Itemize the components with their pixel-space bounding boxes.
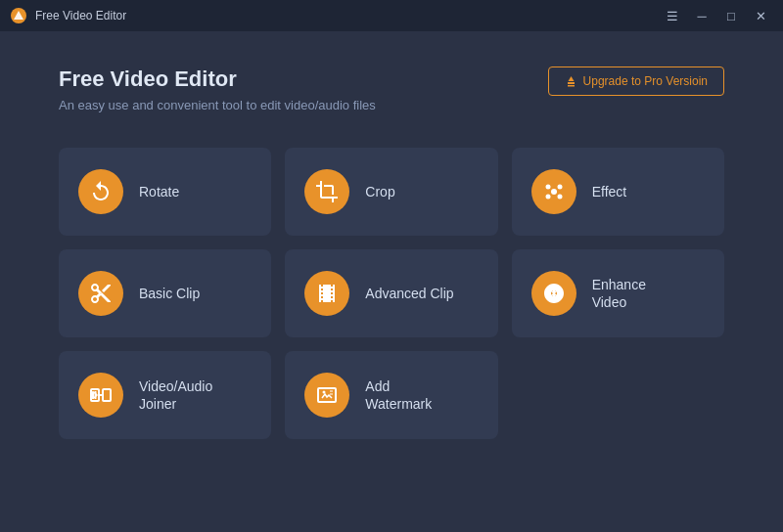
svg-marker-2 <box>568 76 574 81</box>
rotate-icon-circle <box>78 169 123 214</box>
svg-rect-15 <box>318 388 336 402</box>
svg-rect-13 <box>92 391 94 399</box>
enhance-icon <box>542 282 566 305</box>
film-clip-icon <box>315 282 339 305</box>
svg-rect-12 <box>103 389 111 401</box>
video-audio-joiner-label: Video/Audio Joiner <box>139 377 212 413</box>
feature-grid: Rotate Crop Effect <box>59 148 724 439</box>
basic-clip-icon-circle <box>78 271 123 316</box>
upgrade-button[interactable]: Upgrade to Pro Versioin <box>548 66 724 96</box>
svg-point-8 <box>545 195 550 200</box>
header-row: Free Video Editor An easy use and conven… <box>59 66 724 148</box>
svg-rect-3 <box>568 82 575 84</box>
watermark-icon <box>315 383 339 407</box>
minimize-button[interactable]: ─ <box>689 5 714 26</box>
page-header: Free Video Editor An easy use and conven… <box>59 66 376 112</box>
enhance-icon-circle <box>531 271 576 316</box>
advanced-clip-item[interactable]: Advanced Clip <box>285 249 497 337</box>
basic-clip-label: Basic Clip <box>139 285 200 302</box>
crop-icon-circle <box>304 169 349 214</box>
title-bar-controls: ☰ ─ □ ✕ <box>660 5 773 26</box>
crop-label: Crop <box>365 183 394 200</box>
effect-label: Effect <box>592 183 627 200</box>
maximize-button[interactable]: □ <box>718 5 744 26</box>
main-content: Free Video Editor An easy use and conven… <box>0 31 783 468</box>
effect-icon-circle <box>531 169 576 214</box>
svg-point-7 <box>557 185 562 190</box>
close-button[interactable]: ✕ <box>748 5 773 26</box>
svg-point-6 <box>545 185 550 190</box>
advanced-clip-icon-circle <box>304 271 349 316</box>
page-subtitle: An easy use and convenient tool to edit … <box>59 98 376 112</box>
effect-icon <box>542 180 566 203</box>
video-audio-joiner-item[interactable]: Video/Audio Joiner <box>59 351 271 439</box>
svg-rect-14 <box>95 391 97 399</box>
rotate-icon <box>89 180 113 203</box>
add-watermark-label: Add Watermark <box>365 377 432 413</box>
app-icon <box>10 7 27 24</box>
crop-icon <box>315 180 339 203</box>
rotate-item[interactable]: Rotate <box>59 148 271 236</box>
upgrade-icon <box>565 75 577 88</box>
title-bar-left: Free Video Editor <box>10 7 126 24</box>
basic-clip-item[interactable]: Basic Clip <box>59 249 271 337</box>
enhance-video-label: Enhance Video <box>592 276 646 311</box>
rotate-label: Rotate <box>139 183 179 200</box>
scissors-icon <box>89 282 113 305</box>
svg-rect-4 <box>568 85 575 87</box>
svg-point-16 <box>323 391 326 394</box>
menu-button[interactable]: ☰ <box>660 5 685 26</box>
joiner-icon <box>89 383 113 407</box>
title-bar: Free Video Editor ☰ ─ □ ✕ <box>0 0 783 31</box>
effect-item[interactable]: Effect <box>512 148 724 236</box>
page-title: Free Video Editor <box>59 66 376 92</box>
add-watermark-item[interactable]: Add Watermark <box>285 351 497 439</box>
watermark-icon-circle <box>304 373 349 418</box>
svg-point-9 <box>557 195 562 200</box>
title-bar-title: Free Video Editor <box>35 9 126 22</box>
crop-item[interactable]: Crop <box>285 148 497 236</box>
advanced-clip-label: Advanced Clip <box>365 285 453 302</box>
enhance-video-item[interactable]: Enhance Video <box>512 249 724 337</box>
svg-point-5 <box>551 189 557 195</box>
joiner-icon-circle <box>78 373 123 418</box>
